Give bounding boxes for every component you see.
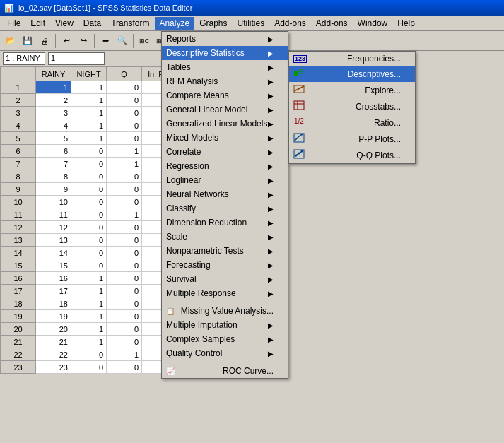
cell[interactable]: 14	[36, 247, 71, 259]
menu-addons2[interactable]: Add-ons	[312, 17, 352, 30]
menu-addons1[interactable]: Add-ons	[270, 17, 310, 30]
toolbar-undo[interactable]: ↩	[59, 33, 74, 49]
toolbar-print[interactable]: 🖨	[37, 33, 52, 49]
cell[interactable]: 0	[107, 234, 142, 247]
cell[interactable]: 0	[107, 132, 142, 145]
menu-compare-means[interactable]: Compare Means ▶	[162, 88, 288, 102]
cell[interactable]: 5	[36, 132, 71, 145]
cell[interactable]: 23	[36, 361, 71, 374]
cell[interactable]: 0	[71, 361, 107, 374]
cell[interactable]: 1	[107, 145, 142, 158]
cell[interactable]: 1	[107, 158, 142, 170]
menu-correlate[interactable]: Correlate ▶	[162, 145, 288, 159]
submenu-explore[interactable]: Explore...	[289, 82, 415, 98]
cell[interactable]: 13	[36, 234, 71, 247]
cell[interactable]: 0	[107, 336, 142, 348]
cell[interactable]: 1	[71, 119, 107, 132]
menu-view[interactable]: View	[51, 17, 78, 30]
cell[interactable]: 0	[71, 158, 107, 170]
menu-help[interactable]: Help	[393, 17, 419, 30]
cell[interactable]: 1	[71, 297, 107, 310]
cell[interactable]: 0	[107, 183, 142, 196]
cell[interactable]: 0	[71, 183, 107, 196]
submenu-ratio[interactable]: 1/2 Ratio...	[289, 114, 415, 131]
menu-complex-samples[interactable]: Complex Samples ▶	[162, 332, 288, 346]
cell[interactable]: 7	[36, 158, 71, 170]
menu-survival[interactable]: Survival ▶	[162, 272, 288, 286]
menu-generalized-linear[interactable]: Generalized Linear Models ▶	[162, 117, 288, 131]
toolbar-open[interactable]: 📂	[3, 33, 18, 49]
menu-quality-control[interactable]: Quality Control ▶	[162, 346, 288, 360]
cell[interactable]: 0	[71, 348, 107, 361]
cell[interactable]: 0	[107, 259, 142, 272]
cell[interactable]: 0	[107, 81, 142, 94]
menu-classify[interactable]: Classify ▶	[162, 201, 288, 215]
cell[interactable]: 0	[107, 285, 142, 297]
cell[interactable]: 22	[36, 348, 71, 361]
menu-utilities[interactable]: Utilities	[233, 17, 269, 30]
menu-file[interactable]: File	[3, 17, 25, 30]
cell[interactable]: 18	[36, 297, 71, 310]
cell[interactable]: 12	[36, 221, 71, 234]
cell[interactable]: 0	[71, 234, 107, 247]
submenu-frequencies[interactable]: 123 Frequencies...	[289, 52, 415, 66]
menu-neural[interactable]: Neural Networks ▶	[162, 187, 288, 201]
cell[interactable]: 0	[107, 107, 142, 119]
cell[interactable]: 16	[36, 272, 71, 285]
submenu-pp-plots[interactable]: P-P Plots...	[289, 131, 415, 147]
col-header-night[interactable]: NIGHT	[71, 67, 107, 81]
cell[interactable]: 2	[36, 94, 71, 107]
cell[interactable]: 1	[107, 348, 142, 361]
cell[interactable]: 0	[71, 247, 107, 259]
cell[interactable]: 9	[36, 183, 71, 196]
menu-data[interactable]: Data	[79, 17, 105, 30]
cell[interactable]: 1	[71, 310, 107, 323]
cell[interactable]: 8	[36, 170, 71, 183]
menu-general-linear[interactable]: General Linear Model ▶	[162, 102, 288, 117]
cell[interactable]: 10	[36, 196, 71, 208]
menu-reports[interactable]: Reports ▶	[162, 32, 288, 46]
menu-edit[interactable]: Edit	[26, 17, 49, 30]
submenu-qq-plots[interactable]: Q-Q Plots...	[289, 147, 415, 163]
menu-tables[interactable]: Tables ▶	[162, 60, 288, 74]
cell[interactable]: 1	[71, 81, 107, 94]
cell[interactable]: 15	[36, 259, 71, 272]
cell[interactable]: 0	[71, 221, 107, 234]
submenu-crosstabs[interactable]: Crosstabs...	[289, 98, 415, 114]
cell[interactable]: 0	[107, 221, 142, 234]
cell[interactable]: 0	[107, 170, 142, 183]
col-header-q[interactable]: Q	[107, 67, 142, 81]
cell[interactable]: 19	[36, 310, 71, 323]
cell[interactable]: 6	[36, 145, 71, 158]
cell[interactable]: 0	[107, 94, 142, 107]
cell[interactable]: 1	[71, 272, 107, 285]
submenu-descriptives[interactable]: Descriptives...	[289, 66, 415, 82]
cell[interactable]: 3	[36, 107, 71, 119]
cell[interactable]: 1	[36, 81, 71, 94]
cell[interactable]: 4	[36, 119, 71, 132]
cell[interactable]: 0	[71, 170, 107, 183]
menu-loglinear[interactable]: Loglinear ▶	[162, 173, 288, 187]
menu-multiple-imputation[interactable]: Multiple Imputation ▶	[162, 318, 288, 332]
menu-analyze[interactable]: Analyze	[155, 17, 194, 30]
menu-missing-value[interactable]: 📋 Missing Value Analysis...	[162, 304, 288, 318]
menu-dimension[interactable]: Dimension Reduction ▶	[162, 215, 288, 230]
cell[interactable]: 1	[71, 285, 107, 297]
menu-regression[interactable]: Regression ▶	[162, 159, 288, 173]
cell[interactable]: 21	[36, 336, 71, 348]
cell[interactable]: 0	[107, 119, 142, 132]
menu-multiple-response[interactable]: Multiple Response ▶	[162, 286, 288, 300]
cell[interactable]: 1	[71, 323, 107, 336]
menu-scale[interactable]: Scale ▶	[162, 230, 288, 244]
cell[interactable]: 0	[71, 208, 107, 221]
cell[interactable]: 0	[71, 259, 107, 272]
cell[interactable]: 0	[107, 247, 142, 259]
cell[interactable]: 1	[71, 107, 107, 119]
cell[interactable]: 17	[36, 285, 71, 297]
cell[interactable]: 0	[107, 297, 142, 310]
cell[interactable]: 0	[107, 323, 142, 336]
cell[interactable]: 0	[107, 196, 142, 208]
cell[interactable]: 0	[71, 145, 107, 158]
cell[interactable]: 1	[107, 208, 142, 221]
menu-roc-curve[interactable]: 📈 ROC Curve...	[162, 364, 288, 378]
